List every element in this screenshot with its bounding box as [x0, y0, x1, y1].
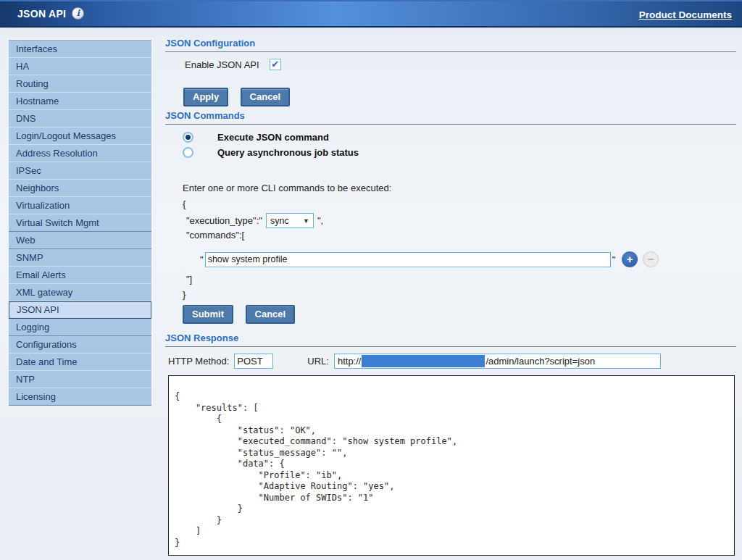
execution-type-prefix: "execution_type":" [186, 215, 262, 226]
sidebar-item-ha[interactable]: HA [9, 58, 151, 75]
sidebar-item-xml-gateway[interactable]: XML gateway [9, 284, 151, 301]
sidebar-item-virtual-switch-mgmt[interactable]: Virtual Switch Mgmt [9, 214, 151, 232]
sidebar-item-licensing[interactable]: Licensing [9, 388, 151, 406]
execution-type-suffix: ", [317, 215, 323, 226]
product-documents-link[interactable]: Product Documents [639, 9, 732, 20]
json-open-brace: { [183, 198, 186, 209]
sidebar-item-address-resolution[interactable]: Address Resolution [9, 145, 151, 162]
http-method-label: HTTP Method: [168, 356, 229, 367]
sidebar-item-email-alerts[interactable]: Email Alerts [9, 267, 151, 284]
http-request-row: HTTP Method: URL: http:// /admin/launch?… [168, 354, 661, 369]
enable-json-api-checkbox[interactable]: ✔ [270, 59, 281, 70]
sidebar-nav: Interfaces HA Routing Hostname DNS Login… [9, 40, 151, 406]
execute-json-command-radio[interactable] [183, 132, 193, 143]
sidebar-item-ntp[interactable]: NTP [9, 371, 151, 388]
sidebar-item-virtualization[interactable]: Virtualization [9, 197, 151, 214]
query-async-job-status-radio[interactable] [183, 147, 193, 158]
http-method-input[interactable] [234, 354, 273, 369]
json-response-output[interactable]: { "results": [ { "status": "OK", "execut… [168, 375, 735, 556]
enable-json-api-label: Enable JSON API [185, 59, 259, 70]
command-open-quote: " [200, 254, 204, 265]
remove-command-button[interactable]: − [643, 251, 659, 267]
sidebar-item-web[interactable]: Web [9, 232, 151, 249]
add-command-button[interactable]: + [622, 251, 638, 267]
config-buttons-row: Apply Cancel [183, 88, 290, 106]
sidebar-item-neighbors[interactable]: Neighbors [9, 180, 151, 197]
sidebar-item-dns[interactable]: DNS [9, 110, 151, 128]
sidebar-item-snmp[interactable]: SNMP [9, 249, 151, 267]
sidebar-item-login-logout-messages[interactable]: Login/Logout Messages [9, 128, 151, 145]
sidebar-item-logging[interactable]: Logging [9, 319, 151, 336]
sidebar-item-ipsec[interactable]: IPSec [9, 162, 151, 180]
sidebar-item-hostname[interactable]: Hostname [9, 93, 151, 110]
redacted-host-box [362, 355, 485, 367]
commands-close-text: "] [186, 274, 192, 285]
json-commands-title: JSON Commands [165, 110, 736, 125]
main-content: JSON Configuration Enable JSON API ✔ App… [165, 38, 736, 560]
query-async-job-status-label: Query asynchronous job status [217, 147, 359, 158]
radio-row-execute: Execute JSON command [183, 132, 329, 143]
apply-button[interactable]: Apply [183, 88, 228, 106]
command-close-quote: " [612, 254, 616, 265]
enable-json-api-row: Enable JSON API ✔ [185, 59, 281, 70]
radio-row-query: Query asynchronous job status [183, 147, 359, 158]
commands-cancel-button[interactable]: Cancel [246, 305, 296, 324]
top-header-bar: JSON API i Product Documents [0, 0, 742, 28]
cli-instruction-text: Enter one or more CLI commands to be exe… [183, 183, 391, 193]
submit-button[interactable]: Submit [183, 305, 233, 324]
commands-open-text: "commands":[ [186, 230, 244, 241]
url-prefix-text: http:// [338, 356, 362, 367]
sidebar-item-json-api[interactable]: JSON API [9, 301, 151, 319]
json-close-brace: } [183, 289, 186, 300]
json-response-title: JSON Response [165, 333, 736, 347]
json-configuration-title: JSON Configuration [165, 38, 736, 52]
info-icon[interactable]: i [72, 7, 84, 20]
execution-type-row: "execution_type":" sync ▼ ", [186, 213, 323, 228]
execution-type-select[interactable]: sync ▼ [266, 213, 314, 228]
config-cancel-button[interactable]: Cancel [241, 88, 291, 106]
command-input-row: " " + − [200, 251, 659, 267]
sidebar-item-configurations[interactable]: Configurations [9, 336, 151, 354]
execution-type-value: sync [270, 216, 289, 226]
execute-json-command-label: Execute JSON command [217, 132, 329, 143]
cli-command-input[interactable] [205, 252, 611, 267]
sidebar-item-routing[interactable]: Routing [9, 75, 151, 93]
chevron-down-icon: ▼ [303, 217, 309, 225]
command-buttons-row: Submit Cancel [183, 305, 295, 324]
url-label: URL: [307, 356, 329, 367]
page-title: JSON API [17, 8, 66, 20]
sidebar-item-interfaces[interactable]: Interfaces [9, 41, 151, 58]
url-input[interactable]: http:// /admin/launch?script=json [334, 354, 661, 369]
sidebar-item-date-and-time[interactable]: Date and Time [9, 354, 151, 371]
url-suffix-text: /admin/launch?script=json [485, 356, 595, 367]
